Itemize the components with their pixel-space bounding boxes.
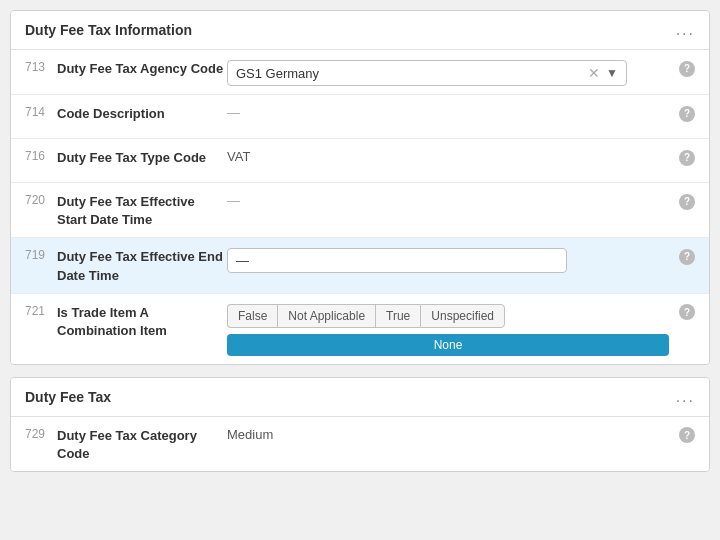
- row-714-value: —: [227, 103, 669, 120]
- row-713-value: GS1 Germany ✕ ▼: [227, 58, 669, 86]
- row-721: 721 Is Trade Item A Combination Item Fal…: [11, 294, 709, 364]
- row-716-value: VAT: [227, 147, 669, 164]
- toggle-not-applicable[interactable]: Not Applicable: [277, 304, 375, 328]
- row-714: 714 Code Description — ?: [11, 95, 709, 139]
- duty-fee-tax-information-panel: Duty Fee Tax Information ... 713 Duty Fe…: [10, 10, 710, 365]
- help-icon: ?: [679, 61, 695, 77]
- row-714-help[interactable]: ?: [679, 103, 695, 122]
- help-icon: ?: [679, 106, 695, 122]
- row-716-num: 716: [25, 147, 57, 163]
- row-720-label: Duty Fee Tax Effective Start Date Time: [57, 191, 227, 229]
- help-icon: ?: [679, 194, 695, 210]
- row-721-label: Is Trade Item A Combination Item: [57, 302, 227, 340]
- panel-2-menu-button[interactable]: ...: [676, 388, 695, 406]
- row-719-help[interactable]: ?: [679, 246, 695, 265]
- row-729-value: Medium: [227, 425, 669, 442]
- row-713-num: 713: [25, 58, 57, 74]
- row-719-label: Duty Fee Tax Effective End Date Time: [57, 246, 227, 284]
- row-713: 713 Duty Fee Tax Agency Code GS1 Germany…: [11, 50, 709, 95]
- toggle-container: False Not Applicable True Unspecified No…: [227, 304, 669, 356]
- toggle-false[interactable]: False: [227, 304, 277, 328]
- row-720: 720 Duty Fee Tax Effective Start Date Ti…: [11, 183, 709, 238]
- end-date-input[interactable]: [227, 248, 567, 273]
- help-icon: ?: [679, 304, 695, 320]
- row-720-value: —: [227, 191, 669, 208]
- row-721-num: 721: [25, 302, 57, 318]
- row-720-help[interactable]: ?: [679, 191, 695, 210]
- dropdown-clear-icon[interactable]: ✕: [588, 65, 600, 81]
- row-729-label: Duty Fee Tax Category Code: [57, 425, 227, 463]
- help-icon: ?: [679, 150, 695, 166]
- panel-title: Duty Fee Tax Information: [25, 22, 192, 38]
- dropdown-arrow-icon[interactable]: ▼: [606, 66, 618, 80]
- row-716-help[interactable]: ?: [679, 147, 695, 166]
- row-729: 729 Duty Fee Tax Category Code Medium ?: [11, 417, 709, 471]
- row-719-value: [227, 246, 669, 273]
- row-716-label: Duty Fee Tax Type Code: [57, 147, 227, 167]
- row-719-num: 719: [25, 246, 57, 262]
- panel-2-title: Duty Fee Tax: [25, 389, 111, 405]
- row-714-label: Code Description: [57, 103, 227, 123]
- panel-header: Duty Fee Tax Information ...: [11, 11, 709, 50]
- row-716: 716 Duty Fee Tax Type Code VAT ?: [11, 139, 709, 183]
- row-720-num: 720: [25, 191, 57, 207]
- row-714-num: 714: [25, 103, 57, 119]
- row-721-value: False Not Applicable True Unspecified No…: [227, 302, 669, 356]
- row-713-help[interactable]: ?: [679, 58, 695, 77]
- panel-2-header: Duty Fee Tax ...: [11, 378, 709, 417]
- agency-code-value: GS1 Germany: [236, 66, 588, 81]
- row-719: 719 Duty Fee Tax Effective End Date Time…: [11, 238, 709, 293]
- none-button[interactable]: None: [227, 334, 669, 356]
- row-729-help[interactable]: ?: [679, 425, 695, 444]
- toggle-true[interactable]: True: [375, 304, 420, 328]
- help-icon: ?: [679, 249, 695, 265]
- agency-code-dropdown[interactable]: GS1 Germany ✕ ▼: [227, 60, 627, 86]
- panel-menu-button[interactable]: ...: [676, 21, 695, 39]
- row-713-label: Duty Fee Tax Agency Code: [57, 58, 227, 78]
- duty-fee-tax-panel: Duty Fee Tax ... 729 Duty Fee Tax Catego…: [10, 377, 710, 472]
- combination-item-toggle-group: False Not Applicable True Unspecified: [227, 304, 669, 328]
- row-721-help[interactable]: ?: [679, 302, 695, 321]
- help-icon: ?: [679, 427, 695, 443]
- toggle-unspecified[interactable]: Unspecified: [420, 304, 505, 328]
- row-729-num: 729: [25, 425, 57, 441]
